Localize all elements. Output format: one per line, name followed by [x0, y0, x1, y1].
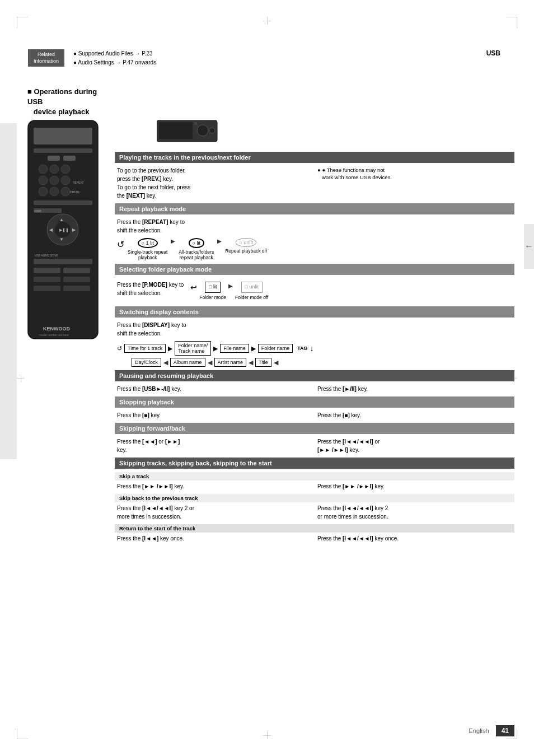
display-return-right: ↓ — [310, 344, 314, 353]
related-info-box: RelatedInformation — [28, 49, 64, 67]
svg-point-10 — [61, 176, 70, 185]
mode-unlit: ○ unlit Repeat playback off — [225, 238, 267, 254]
display-back-1: ◀ — [163, 359, 168, 366]
return-start-label: Return to the start of the track — [115, 524, 514, 533]
return-start-right: Press the [I◄◄/◄◄I] key once. — [317, 534, 512, 543]
display-dayclock: Day/Clock — [132, 358, 161, 367]
display-filename: File name — [220, 344, 249, 353]
svg-point-7 — [61, 165, 70, 174]
repeat-mode-icons: ↺ ○ 1 lit Single-track repeatplayback ▶ … — [117, 238, 512, 260]
arrow-1: ▶ — [171, 238, 175, 244]
svg-rect-37 — [159, 122, 193, 139]
mode-lit: ○ lit All-tracks/foldersrepeat playback — [179, 238, 214, 260]
bottom-bar: English 41 — [20, 725, 514, 736]
svg-rect-29 — [63, 268, 90, 273]
playing-folder-note: ● These functions may not work with some… — [317, 166, 512, 181]
folder-mode-icons: ↩ □ lit Folder mode ▶ □ unlit Folder mod… — [190, 282, 268, 301]
stopping-body: Press the [■] key. Press the [■] key. — [115, 411, 514, 419]
display-folder-track: Folder name/Track name — [175, 341, 211, 356]
display-foldername: Folder name — [258, 344, 293, 353]
pausing-right: Press the [►/II] key. — [317, 385, 512, 393]
svg-rect-28 — [34, 268, 60, 273]
playing-folder-left: To go to the previous folder, press the … — [117, 166, 312, 200]
svg-text:▲: ▲ — [59, 217, 64, 222]
playing-folder-header: Playing the tracks in the previous/next … — [115, 152, 514, 163]
repeat-arrow-icon: ↺ — [117, 239, 124, 250]
svg-point-9 — [50, 176, 59, 185]
display-album: Album name — [170, 358, 205, 367]
svg-text:USB  AUX/CD/DVD: USB AUX/CD/DVD — [35, 254, 59, 257]
svg-text:DISP.: DISP. — [35, 209, 41, 213]
head-unit-svg — [157, 118, 218, 146]
svg-rect-31 — [63, 277, 90, 282]
playing-folder-body: To go to the previous folder, press the … — [115, 166, 514, 200]
right-arrow-icon: ← — [524, 241, 533, 251]
skip-track-left: Press the [►► /►►I] key. — [117, 482, 312, 491]
svg-text:◀: ◀ — [49, 227, 53, 232]
svg-text:▶: ▶ — [72, 227, 76, 232]
stopping-header: Stopping playback — [115, 396, 514, 408]
pausing-body: Press the [USB►-/II] key. Press the [►/I… — [115, 385, 514, 393]
right-tab: ← — [524, 224, 534, 269]
remote-control-area: REPEAT P.MODE DISP. ▶❚❚ ◀ ▶ ▲ ▼ USB AUX/… — [20, 118, 109, 444]
skipping-header: Skipping forward/back — [115, 423, 514, 434]
display-back-4: ◀ — [274, 359, 278, 366]
svg-rect-3 — [48, 156, 60, 161]
corner-mark-tr — [506, 17, 517, 28]
display-row-1: ↺ Time for 1 track ▶ Folder name/Track n… — [117, 341, 512, 356]
svg-point-12 — [39, 187, 48, 196]
right-content: Playing the tracks in the previous/next … — [115, 148, 514, 546]
skipping-left: Press the [◄◄] or [►►]key. — [117, 437, 312, 454]
svg-text:P.MODE: P.MODE — [70, 191, 79, 194]
svg-text:KENWOOD: KENWOOD — [43, 326, 70, 332]
skipping-tracks-header: Skipping tracks, skipping back, skipping… — [115, 458, 514, 469]
folder-lit: □ lit Folder mode — [199, 282, 226, 301]
skip-back-right: Press the [I◄◄/◄◄I] key 2or more times i… — [317, 504, 512, 521]
left-tab — [0, 123, 17, 459]
svg-point-8 — [39, 176, 48, 185]
svg-point-6 — [50, 165, 59, 174]
skipping-body: Press the [◄◄] or [►►]key. Press the [I◄… — [115, 437, 514, 454]
display-header: Switching display contents — [115, 306, 514, 318]
display-time: Time for 1 track — [124, 344, 166, 353]
pausing-left: Press the [USB►-/II] key. — [117, 385, 312, 393]
main-content: ■ Operations during USB device playback … — [20, 87, 514, 722]
arrow-2: ▶ — [217, 238, 222, 244]
cross-top — [263, 17, 271, 25]
display-arrow-3: ▶ — [251, 345, 256, 352]
svg-rect-2 — [34, 148, 92, 153]
display-instruction: Press the [DISPLAY] key to shift the sel… — [115, 321, 514, 338]
folder-unlit: □ unlit Folder mode off — [235, 282, 268, 301]
playing-folder-right: ● These functions may not work with some… — [317, 166, 512, 200]
return-start-body: Press the [I◄◄] key once. Press the [I◄◄… — [115, 534, 514, 543]
repeat-mode-header: Repeat playback mode — [115, 203, 514, 214]
svg-text:▼: ▼ — [59, 237, 64, 242]
display-back-2: ◀ — [208, 359, 212, 366]
skip-back-left: Press the [I◄◄/◄◄I] key 2 ormore times i… — [117, 504, 312, 521]
svg-rect-30 — [34, 277, 60, 282]
corner-mark-tl — [17, 17, 28, 28]
display-artist: Artist name — [214, 358, 247, 367]
svg-point-13 — [50, 187, 59, 196]
svg-rect-16 — [34, 200, 92, 205]
display-row-2: Day/Clock ◀ Album name ◀ Artist name ◀ T… — [132, 358, 512, 367]
head-unit-area — [157, 118, 218, 146]
svg-rect-4 — [63, 156, 76, 161]
svg-point-38 — [197, 125, 208, 136]
skip-track-label: Skip a track — [115, 472, 514, 480]
section-title: ■ Operations during USB device playback — [20, 87, 106, 118]
svg-point-14 — [61, 187, 70, 196]
svg-rect-40 — [194, 122, 197, 125]
folder-mode-header: Selecting folder playback mode — [115, 264, 514, 275]
svg-text:REPEAT: REPEAT — [73, 181, 84, 184]
svg-text:▶❚❚: ▶❚❚ — [59, 228, 69, 232]
skip-back-body: Press the [I◄◄/◄◄I] key 2 ormore times i… — [115, 504, 514, 521]
skip-back-label: Skip back to the previous track — [115, 494, 514, 502]
skip-track-body: Press the [►► /►►I] key. Press the [►► /… — [115, 482, 514, 491]
related-link-1: ● Supported Audio Files → P.23 — [73, 49, 156, 58]
folder-mode-instruction: Press the [P.MODE] key to shift the sele… — [117, 281, 184, 297]
tag-label: TAG — [297, 346, 307, 351]
display-arrow-1: ▶ — [168, 345, 172, 352]
return-start-left: Press the [I◄◄] key once. — [117, 534, 312, 543]
mode-1lit: ○ 1 lit Single-track repeatplayback — [128, 238, 167, 260]
